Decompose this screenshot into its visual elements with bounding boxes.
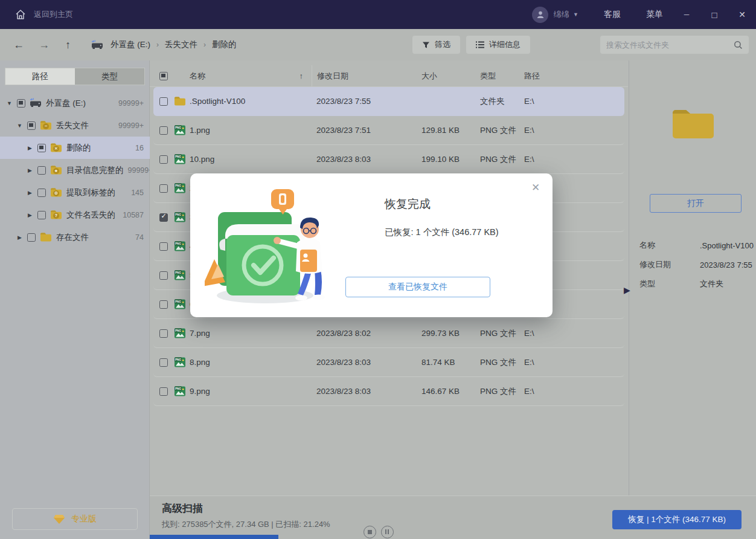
tree-item[interactable]: ▶ ✕ 删除的 16 [0,137,150,159]
tree-item[interactable]: ▶ ★ 目录信息完整的 99999+ [0,159,150,181]
row-checkbox[interactable] [159,387,168,396]
detail-row: 名称 .Spotlight-V100 [639,236,756,255]
column-path[interactable]: 路径 [524,71,628,82]
file-date: 2023/8/23 7:51 [312,126,421,135]
table-row[interactable]: PNG 7.png 2023/8/23 8:02 299.73 KB PNG 文… [153,319,624,348]
expand-arrow-icon[interactable]: ▶ [27,190,33,196]
expand-arrow-icon[interactable]: ▶ [16,234,23,240]
row-checkbox[interactable] [159,271,168,280]
back-to-home-link[interactable]: 返回到主页 [34,9,73,20]
png-file-icon: PNG [174,299,186,309]
table-row[interactable]: PNG 8.png 2023/8/23 8:03 81.74 KB PNG 文件… [153,348,624,377]
pause-scan-button[interactable] [381,526,394,538]
row-checkbox[interactable] [159,97,168,106]
row-checkbox[interactable] [159,213,168,222]
up-arrow-button[interactable]: ↑ [65,39,71,50]
tree-label: 文件名丢失的 [66,210,115,221]
breadcrumb-item[interactable]: 删除的 [212,39,237,50]
tree-item[interactable]: ▶ ⚙ 提取到标签的 145 [0,181,150,204]
svg-text:PNG: PNG [175,126,181,129]
menu-link[interactable]: 菜单 [646,9,663,20]
svg-text:PNG: PNG [175,387,181,390]
app-window: 返回到主页 绵绵 ▼ 客服 菜单 ← → ↑ 外置盘 (E:)›丢失文件›删除的… [0,0,756,539]
tree-checkbox[interactable] [37,144,46,152]
expand-arrow-icon[interactable]: ▶ [27,212,33,218]
table-row[interactable]: .Spotlight-V100 2023/8/23 7:55 文件夹 E:\ [153,87,624,116]
user-avatar[interactable] [532,7,548,23]
row-checkbox[interactable] [159,300,168,309]
back-arrow-button[interactable]: ← [13,39,24,50]
dialog-close-icon[interactable]: ✕ [528,181,543,195]
select-all-checkbox[interactable] [159,72,168,80]
file-size: 146.67 KB [421,387,480,396]
detail-row: 修改日期 2023/8/23 7:55 [639,255,756,274]
tree-item[interactable]: ▶ 存在文件 74 [0,226,150,248]
tree-item[interactable]: ▼ 外置盘 (E:) 99999+ [0,92,150,114]
recover-button[interactable]: 恢复 | 1个文件 (346.77 KB) [612,510,742,529]
pro-version-button[interactable]: 专业版 [12,508,138,530]
home-icon[interactable] [14,8,27,21]
table-row[interactable]: PNG 1.png 2023/8/23 7:51 129.81 KB PNG 文… [153,116,624,145]
tree-checkbox[interactable] [27,233,36,242]
file-name: 1.png [190,126,312,135]
expand-arrow-icon[interactable]: ▼ [16,123,23,129]
panel-collapse-arrow-icon[interactable]: ▶ [624,285,630,295]
table-row[interactable]: PNG 9.png 2023/8/23 8:03 146.67 KB PNG 文… [153,377,624,406]
filter-button[interactable]: 筛选 [412,36,460,54]
file-date: 2023/8/23 8:03 [312,358,421,367]
tree-checkbox[interactable] [37,189,46,197]
details-view-button[interactable]: 详细信息 [466,36,530,54]
file-type: PNG 文件 [480,386,524,397]
row-checkbox[interactable] [159,126,168,135]
row-checkbox[interactable] [159,184,168,193]
breadcrumb-item[interactable]: 丢失文件 [165,39,197,50]
svg-text:PNG: PNG [175,329,181,332]
forward-arrow-button[interactable]: → [39,39,50,50]
tree-checkbox[interactable] [17,99,25,108]
row-checkbox[interactable] [159,329,168,338]
expand-arrow-icon[interactable]: ▼ [6,100,13,106]
sort-ascending-icon[interactable]: ↑ [300,71,304,80]
column-name[interactable]: 名称 [190,71,205,82]
column-type[interactable]: 类型 [480,71,524,82]
minimize-button[interactable] [673,0,700,29]
dialog-message: 已恢复: 1 个文件 (346.77 KB) [385,227,499,238]
svg-text:PNG: PNG [175,358,181,361]
open-button[interactable]: 打开 [650,194,742,213]
search-input[interactable] [606,40,734,50]
sidebar-tab-路径[interactable]: 路径 [5,68,75,85]
column-date[interactable]: 修改日期 [312,65,421,86]
png-file-icon: PNG [174,357,186,367]
stop-scan-button[interactable] [364,526,376,538]
row-checkbox[interactable] [159,155,168,164]
breadcrumb-item[interactable]: 外置盘 (E:) [111,39,150,50]
file-path: E:\ [524,358,624,367]
detail-label: 类型 [639,279,700,289]
row-checkbox[interactable] [159,358,168,367]
file-type: 文件夹 [480,96,524,107]
expand-arrow-icon[interactable]: ▶ [27,145,33,151]
tree-checkbox[interactable] [27,121,36,130]
username-label[interactable]: 绵绵 [554,9,569,20]
tree-checkbox[interactable] [37,211,46,219]
support-link[interactable]: 客服 [604,9,621,20]
user-dropdown-caret-icon[interactable]: ▼ [573,11,578,18]
view-recovered-files-button[interactable]: 查看已恢复文件 [345,277,490,297]
svg-text:PNG: PNG [175,271,181,274]
expand-arrow-icon[interactable]: ▶ [27,167,33,173]
close-window-button[interactable] [728,0,756,29]
tree-item[interactable]: ▶ ? 文件名丢失的 10587 [0,204,150,226]
sidebar-tab-类型[interactable]: 类型 [75,68,144,85]
tree-item[interactable]: ▼ − 丢失文件 99999+ [0,114,150,137]
tree-checkbox[interactable] [37,166,46,175]
search-icon[interactable] [734,40,743,50]
table-row[interactable]: PNG 10.png 2023/8/23 8:03 199.10 KB PNG … [153,145,624,174]
titlebar: 返回到主页 绵绵 ▼ 客服 菜单 [0,0,756,29]
maximize-button[interactable] [700,0,728,29]
column-size[interactable]: 大小 [421,71,480,82]
scan-progress-bar [150,535,278,539]
file-name: 8.png [190,358,312,367]
scan-title: 高级扫描 [162,502,203,515]
row-checkbox[interactable] [159,242,168,251]
detail-label: 修改日期 [639,259,700,270]
